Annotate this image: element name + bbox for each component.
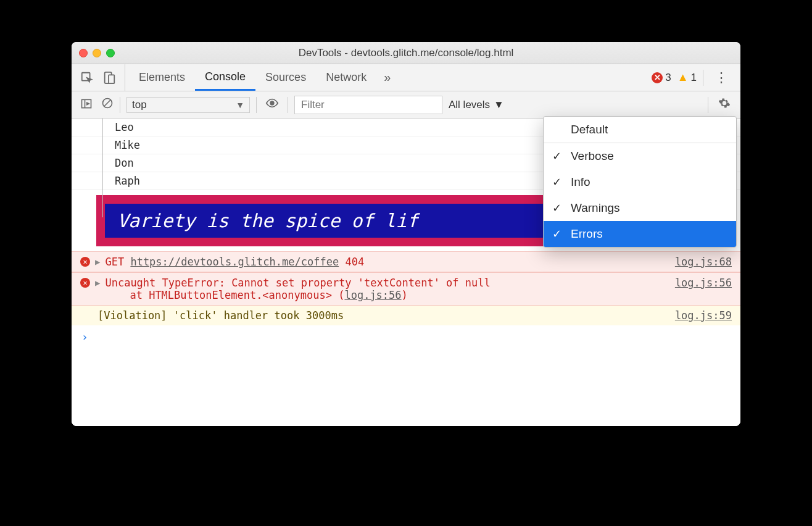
stack-prefix: at HTMLButtonElement.<anonymous> (	[130, 289, 344, 301]
levels-label: All levels	[449, 99, 490, 111]
traffic-lights	[79, 49, 115, 57]
dropdown-errors[interactable]: ✓ Errors	[544, 221, 736, 247]
violation-row[interactable]: [Violation] 'click' handler took 3000ms …	[72, 306, 740, 325]
check-icon: ✓	[552, 227, 561, 241]
levels-dropdown: Default ✓ Verbose ✓ Info ✓ Warnings ✓ Er…	[543, 116, 737, 248]
dropdown-item-label: Verbose	[571, 149, 614, 162]
check-icon: ✓	[552, 175, 561, 189]
chevron-down-icon: ▼	[494, 99, 504, 111]
http-status: 404	[345, 256, 364, 268]
panel-tabs: Elements Console Sources Network » ✕ 3 ▲…	[72, 64, 740, 91]
dropdown-default-label: Default	[571, 123, 608, 136]
tab-elements[interactable]: Elements	[129, 64, 195, 91]
divider	[120, 97, 120, 113]
warn-count: 1	[691, 72, 697, 84]
filter-input[interactable]	[294, 96, 442, 114]
more-tabs-icon[interactable]: »	[376, 70, 398, 85]
error-body: Uncaught TypeError: Cannot set property …	[105, 277, 669, 301]
dropdown-verbose[interactable]: ✓ Verbose	[544, 143, 736, 169]
check-icon: ✓	[552, 201, 561, 215]
tree-line	[102, 119, 103, 217]
error-message-line2: at HTMLButtonElement.<anonymous> (log.js…	[105, 289, 669, 301]
zoom-icon[interactable]	[106, 49, 115, 57]
violation-text: [Violation] 'click' handler took 3000ms	[97, 309, 344, 322]
context-label: top	[132, 99, 147, 111]
settings-gear-icon[interactable]	[715, 97, 734, 112]
stack-suffix: )	[402, 289, 408, 301]
expand-icon[interactable]: ▶	[95, 277, 100, 288]
error-row-network[interactable]: ✕ ▶ GET https://devtools.glitch.me/coffe…	[72, 251, 740, 272]
close-icon[interactable]	[79, 49, 88, 57]
divider	[703, 70, 703, 86]
sidebar-toggle-icon[interactable]	[78, 98, 95, 112]
clear-console-icon[interactable]	[101, 97, 114, 112]
warning-icon: ▲	[677, 71, 689, 84]
window-title: DevTools - devtools.glitch.me/console/lo…	[72, 47, 740, 59]
context-selector[interactable]: top ▼	[126, 97, 250, 113]
source-link[interactable]: log.js:68	[675, 256, 732, 268]
dropdown-item-label: Errors	[571, 227, 603, 240]
tab-console[interactable]: Console	[195, 64, 255, 91]
divider	[288, 97, 288, 113]
source-link[interactable]: log.js:56	[675, 277, 732, 289]
minimize-icon[interactable]	[93, 49, 101, 57]
live-expression-icon[interactable]	[263, 96, 281, 113]
titlebar: DevTools - devtools.glitch.me/console/lo…	[72, 42, 740, 64]
divider	[256, 97, 257, 113]
dropdown-warnings[interactable]: ✓ Warnings	[544, 195, 736, 221]
expand-icon[interactable]: ▶	[95, 256, 100, 267]
tab-sources[interactable]: Sources	[255, 64, 316, 91]
error-count-badge[interactable]: ✕ 3	[652, 72, 671, 84]
error-icon: ✕	[80, 278, 90, 288]
dropdown-default[interactable]: Default	[544, 117, 736, 143]
http-url[interactable]: https://devtools.glitch.me/coffee	[130, 256, 339, 268]
dropdown-item-label: Warnings	[571, 201, 620, 214]
warn-count-badge[interactable]: ▲ 1	[677, 71, 697, 84]
check-icon: ✓	[552, 149, 561, 163]
log-levels-selector[interactable]: All levels ▼	[449, 99, 504, 111]
console-prompt[interactable]: ›	[72, 325, 740, 348]
dropdown-info[interactable]: ✓ Info	[544, 169, 736, 195]
source-link[interactable]: log.js:59	[675, 309, 732, 322]
tab-list: Elements Console Sources Network »	[125, 64, 398, 91]
error-icon: ✕	[652, 72, 663, 83]
error-row-exception[interactable]: ✕ ▶ Uncaught TypeError: Cannot set prope…	[72, 272, 740, 306]
http-method: GET	[105, 256, 124, 268]
svg-rect-2	[109, 75, 114, 83]
kebab-menu-icon[interactable]: ⋮	[710, 71, 733, 85]
inspect-tools	[72, 64, 125, 91]
device-toolbar-icon[interactable]	[102, 71, 116, 85]
error-message-line1: Uncaught TypeError: Cannot set property …	[105, 277, 669, 289]
stack-link[interactable]: log.js:56	[344, 289, 401, 301]
error-icon: ✕	[80, 257, 90, 267]
tab-right-status: ✕ 3 ▲ 1 ⋮	[644, 64, 740, 91]
error-count: 3	[665, 72, 671, 84]
chevron-down-icon: ▼	[236, 100, 244, 110]
devtools-window: DevTools - devtools.glitch.me/console/lo…	[72, 42, 740, 426]
svg-point-5	[270, 101, 274, 105]
error-body: GET https://devtools.glitch.me/coffee 40…	[105, 256, 669, 268]
inspect-element-icon[interactable]	[80, 71, 94, 85]
divider	[708, 97, 708, 113]
tab-network[interactable]: Network	[316, 64, 376, 91]
console-toolbar: top ▼ All levels ▼ Default ✓ Verbose	[72, 91, 740, 119]
dropdown-item-label: Info	[571, 175, 590, 188]
